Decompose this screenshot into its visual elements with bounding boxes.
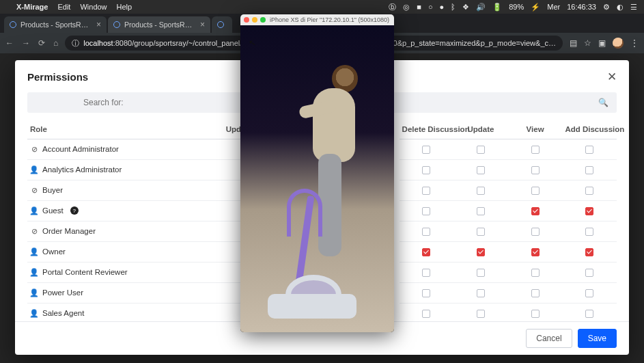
- mirror-titlebar[interactable]: iPhone XS di Pier "172.20.10.1" (500x108…: [240, 14, 394, 25]
- checkbox[interactable]: [585, 166, 593, 174]
- checkbox[interactable]: [477, 289, 485, 297]
- role-label: Account Administrator: [42, 145, 119, 153]
- tab-label: Products - SportsRay - Lifera…: [124, 21, 196, 29]
- user-icon: 👤: [30, 247, 38, 256]
- user-icon: 👤: [30, 309, 38, 317]
- checkbox[interactable]: [422, 187, 430, 195]
- mirror-content: ↖: [240, 25, 394, 332]
- siri-icon[interactable]: ◐: [617, 3, 624, 12]
- col-delete-discussion: Delete Discussion: [400, 120, 454, 139]
- spotlight-icon[interactable]: ⚙: [603, 3, 610, 12]
- checkbox[interactable]: [585, 228, 593, 236]
- mac-menubar: X-Mirage Edit Window Help ⓑ ◎ ■ ○ ● ᛒ ❖ …: [0, 0, 644, 14]
- checkbox[interactable]: [422, 207, 430, 215]
- checkbox[interactable]: [477, 166, 485, 174]
- favicon-icon: [10, 21, 16, 28]
- col-view: View: [508, 120, 563, 139]
- user-icon: 👤: [30, 288, 38, 297]
- close-icon[interactable]: ×: [96, 20, 101, 29]
- modal-title: Permissions: [27, 71, 88, 83]
- checkbox[interactable]: [477, 269, 485, 277]
- close-icon[interactable]: ×: [200, 20, 205, 29]
- chrome-window: Products - SportsRay - Lifera… × Product…: [0, 14, 644, 363]
- search-icon[interactable]: 🔍: [598, 98, 608, 107]
- checkbox[interactable]: [477, 207, 485, 215]
- checkbox[interactable]: [422, 289, 430, 297]
- status-icon: ●: [440, 3, 445, 11]
- checkbox[interactable]: [585, 289, 593, 297]
- checkbox[interactable]: [477, 146, 485, 154]
- checkbox[interactable]: [477, 187, 485, 195]
- checkbox[interactable]: [531, 187, 540, 195]
- menubar-window[interactable]: Window: [80, 3, 107, 11]
- info-icon: ⓘ: [72, 38, 79, 49]
- checkbox[interactable]: [531, 146, 540, 154]
- reader-icon[interactable]: ▤: [570, 38, 577, 48]
- checkbox[interactable]: [422, 269, 430, 277]
- dropbox-icon: ❖: [462, 3, 469, 12]
- traffic-close[interactable]: [244, 17, 249, 23]
- role-label: Owner: [42, 247, 66, 256]
- exercise-bike: [261, 189, 363, 319]
- favicon-icon: [113, 21, 120, 28]
- cast-icon[interactable]: ▣: [598, 38, 606, 48]
- browser-tab[interactable]: Products - SportsRay - Lifera… ×: [108, 16, 210, 33]
- clock-day: Mer: [547, 3, 560, 11]
- power-icon: ⚡: [531, 3, 540, 12]
- status-icon: ■: [417, 3, 421, 11]
- info-badge[interactable]: ?: [70, 206, 79, 215]
- cancel-button[interactable]: Cancel: [526, 329, 572, 348]
- checkbox[interactable]: [422, 228, 430, 236]
- checkbox[interactable]: [422, 310, 430, 318]
- checkbox[interactable]: [477, 228, 485, 236]
- checkbox[interactable]: [531, 166, 540, 174]
- checkbox[interactable]: [585, 207, 593, 215]
- home-icon[interactable]: ⌂: [53, 38, 58, 48]
- menubar-status: ⓑ ◎ ■ ○ ● ᛒ ❖ 🔊 🔋 89% ⚡ Mer 16:46:33 ⚙ ◐…: [389, 2, 637, 12]
- role-label: Portal Content Reviewer: [42, 268, 128, 276]
- checkbox[interactable]: [531, 310, 540, 318]
- role-label: Power User: [42, 288, 83, 297]
- checkbox[interactable]: [531, 269, 540, 277]
- more-icon[interactable]: ⋮: [630, 38, 639, 48]
- clock-time: 16:46:33: [567, 3, 596, 11]
- checkbox[interactable]: [585, 146, 593, 154]
- checkbox[interactable]: [531, 207, 540, 215]
- cursor-icon: ↖: [248, 37, 257, 49]
- menubar-edit[interactable]: Edit: [57, 3, 70, 11]
- menubar-app[interactable]: X-Mirage: [16, 3, 48, 11]
- globe-icon: ⊘: [30, 145, 38, 153]
- checkbox[interactable]: [585, 310, 593, 318]
- traffic-minimize[interactable]: [252, 17, 257, 23]
- checkbox[interactable]: [477, 248, 485, 256]
- checkbox[interactable]: [422, 248, 430, 256]
- checkbox[interactable]: [422, 146, 430, 154]
- back-icon[interactable]: ←: [5, 38, 14, 48]
- checkbox[interactable]: [531, 248, 540, 256]
- checkbox[interactable]: [422, 166, 430, 174]
- notifications-icon[interactable]: ☰: [630, 3, 637, 12]
- user-icon: 👤: [30, 206, 38, 215]
- battery-icon: 🔋: [492, 3, 502, 12]
- checkbox[interactable]: [585, 248, 593, 256]
- checkbox[interactable]: [585, 269, 593, 277]
- checkbox[interactable]: [585, 187, 593, 195]
- role-label: Sales Agent: [42, 309, 84, 317]
- reload-icon[interactable]: ⟳: [38, 38, 45, 48]
- forward-icon[interactable]: →: [22, 38, 30, 48]
- close-icon[interactable]: ✕: [607, 70, 617, 84]
- browser-tab[interactable]: [212, 16, 232, 33]
- checkbox[interactable]: [531, 228, 540, 236]
- save-button[interactable]: Save: [578, 329, 617, 348]
- traffic-zoom[interactable]: [260, 17, 266, 23]
- browser-tab[interactable]: Products - SportsRay - Lifera… ×: [4, 16, 107, 33]
- profile-avatar[interactable]: [613, 38, 624, 49]
- status-icon: ○: [428, 3, 433, 11]
- checkbox[interactable]: [477, 310, 485, 318]
- volume-icon: 🔊: [476, 3, 486, 12]
- mirror-window[interactable]: iPhone XS di Pier "172.20.10.1" (500x108…: [240, 14, 394, 332]
- bookmark-icon[interactable]: ☆: [584, 38, 591, 48]
- menubar-help[interactable]: Help: [117, 3, 132, 11]
- checkbox[interactable]: [531, 289, 540, 297]
- role-label: Guest: [42, 206, 64, 215]
